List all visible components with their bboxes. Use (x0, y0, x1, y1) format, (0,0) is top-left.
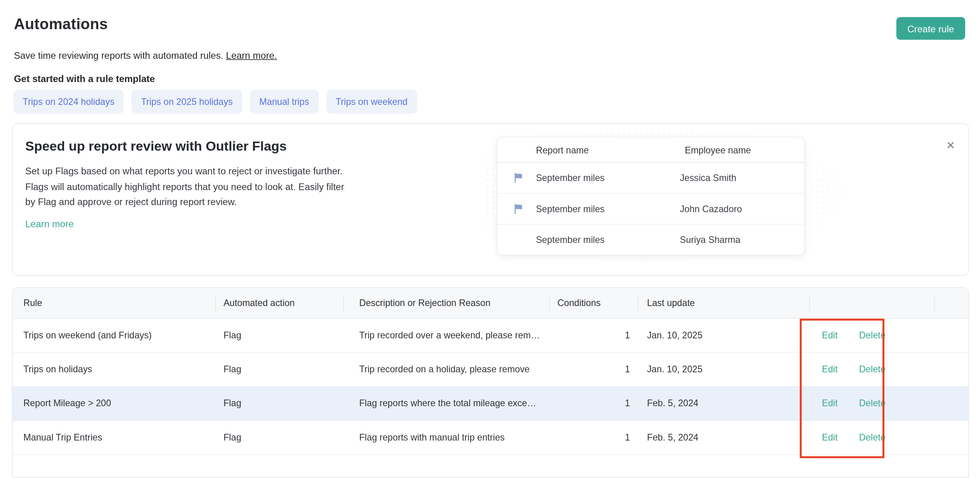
flag-icon (512, 172, 525, 184)
col-header-automated-action: Automated action (215, 288, 344, 318)
rules-table-header: Rule Automated action Description or Rej… (13, 288, 968, 319)
delete-link[interactable]: Delete (859, 364, 886, 375)
template-chip-trips-on-weekend[interactable]: Trips on weekend (326, 90, 417, 114)
banner-body-line: by Flag and approve or reject during rep… (25, 194, 344, 210)
col-header-rule: Rule (13, 288, 215, 318)
preview-col-employee-name: Employee name (685, 145, 751, 155)
row-actions: Edit Delete (809, 353, 934, 386)
preview-report-name: September miles (536, 173, 680, 183)
templates-heading: Get started with a rule template (14, 73, 155, 84)
row-actions: Edit Delete (809, 319, 934, 352)
preview-employee-name: John Cazadoro (680, 204, 742, 214)
automations-page: Automations Create rule Save time review… (0, 0, 980, 478)
last-update: Feb. 5, 2024 (638, 387, 809, 420)
last-update: Feb. 5, 2024 (638, 421, 809, 454)
col-header-actions (809, 288, 934, 318)
page-title: Automations (14, 15, 108, 33)
subtitle-learn-more-link[interactable]: Learn more. (226, 50, 277, 60)
rule-name: Report Mileage > 200 (13, 387, 215, 420)
rule-name: Trips on holidays (13, 353, 215, 386)
close-icon: ✕ (946, 138, 955, 152)
rule-row-manual-trip-entries: Manual Trip Entries Flag Flag reports wi… (13, 421, 968, 455)
banner-body-line: Flags will automatically highlight repor… (25, 179, 344, 194)
rule-name: Manual Trip Entries (13, 421, 215, 454)
column-divider (809, 295, 810, 312)
subtitle-text: Save time reviewing reports with automat… (14, 50, 223, 60)
rule-description: Flag reports where the total mileage exc… (343, 387, 549, 420)
rule-description: Trip recorded on a holiday, please remov… (343, 353, 549, 386)
preview-col-report-name: Report name (536, 145, 589, 155)
template-chips: Trips on 2024 holidays Trips on 2025 hol… (13, 90, 417, 114)
delete-link[interactable]: Delete (859, 432, 886, 443)
flag-icon (512, 202, 525, 215)
rule-row-trips-on-weekend: Trips on weekend (and Fridays) Flag Trip… (13, 319, 968, 353)
automated-action: Flag (215, 353, 344, 386)
banner-title: Speed up report review with Outlier Flag… (25, 139, 287, 154)
column-divider (638, 295, 638, 312)
banner-body: Set up Flags based on what reports you w… (25, 163, 344, 210)
automated-action: Flag (215, 421, 344, 454)
last-update: Jan. 10, 2025 (638, 353, 809, 386)
column-divider (549, 295, 550, 312)
banner-learn-more-link[interactable]: Learn more (25, 218, 74, 229)
template-chip-trips-2025-holidays[interactable]: Trips on 2025 holidays (131, 90, 242, 114)
conditions-count: 1 (549, 421, 638, 454)
rules-table: Rule Automated action Description or Rej… (12, 287, 969, 478)
rule-description: Flag reports with manual trip entries (343, 421, 549, 454)
column-divider (215, 295, 216, 312)
banner-body-line: Set up Flags based on what reports you w… (25, 163, 344, 179)
row-actions: Edit Delete (809, 421, 934, 454)
rule-row-trips-on-holidays: Trips on holidays Flag Trip recorded on … (13, 353, 968, 387)
column-divider (934, 295, 935, 312)
column-divider (343, 295, 344, 312)
col-header-last-update: Last update (638, 288, 809, 318)
preview-row: September miles John Cazadoro (497, 194, 804, 224)
rule-row-report-mileage: Report Mileage > 200 Flag Flag reports w… (13, 387, 968, 420)
preview-report-name: September miles (536, 204, 680, 214)
preview-table-header: Report name Employee name (497, 138, 804, 163)
automated-action: Flag (215, 387, 344, 420)
preview-employee-name: Suriya Sharma (680, 235, 740, 245)
automated-action: Flag (215, 319, 344, 352)
last-update: Jan. 10, 2025 (638, 319, 809, 352)
template-chip-trips-2024-holidays[interactable]: Trips on 2024 holidays (13, 90, 124, 114)
conditions-count: 1 (549, 353, 638, 386)
col-header-conditions: Conditions (549, 288, 638, 318)
preview-employee-name: Jessica Smith (680, 173, 736, 183)
preview-report-name: September miles (536, 235, 680, 245)
outlier-flags-banner: Speed up report review with Outlier Flag… (12, 123, 969, 276)
preview-row: September miles Suriya Sharma (497, 224, 804, 255)
create-rule-button[interactable]: Create rule (896, 17, 965, 40)
edit-link[interactable]: Edit (822, 398, 838, 409)
conditions-count: 1 (549, 387, 638, 420)
rule-description: Trip recorded over a weekend, please rem… (343, 319, 549, 352)
edit-link[interactable]: Edit (822, 432, 838, 443)
preview-table: Report name Employee name September mile… (497, 137, 805, 256)
rule-name: Trips on weekend (and Fridays) (13, 319, 215, 352)
row-actions: Edit Delete (809, 387, 934, 420)
edit-link[interactable]: Edit (822, 330, 838, 340)
subtitle: Save time reviewing reports with automat… (14, 50, 277, 60)
preview-row: September miles Jessica Smith (497, 163, 804, 194)
edit-link[interactable]: Edit (822, 364, 838, 375)
template-chip-manual-trips[interactable]: Manual trips (250, 90, 318, 114)
conditions-count: 1 (549, 319, 638, 352)
delete-link[interactable]: Delete (859, 398, 886, 409)
banner-close-button[interactable]: ✕ (942, 136, 959, 154)
delete-link[interactable]: Delete (859, 330, 886, 340)
col-header-description: Description or Rejection Reason (343, 288, 549, 318)
